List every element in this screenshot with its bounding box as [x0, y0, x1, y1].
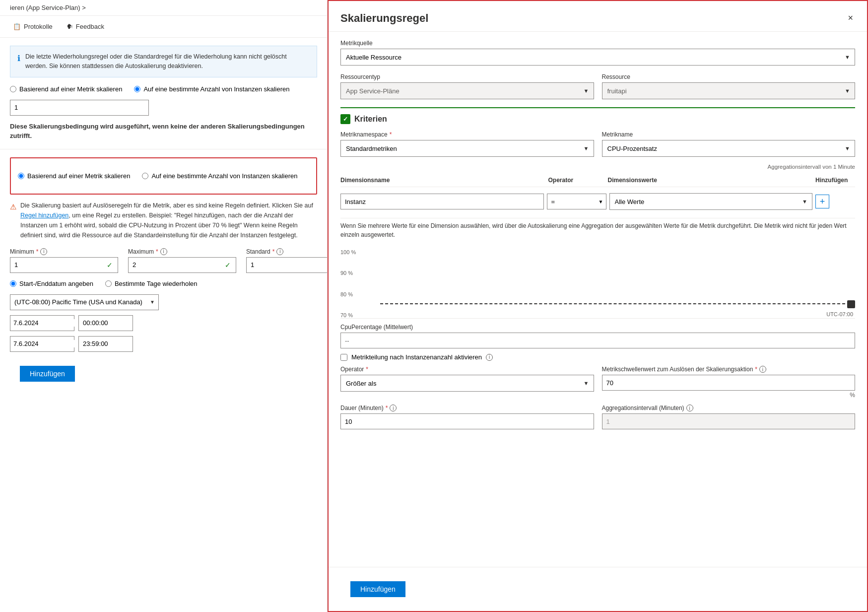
- date-option-repeat[interactable]: Bestimmte Tage wiederholen: [105, 280, 198, 287]
- date-row-2: 📅: [10, 336, 317, 352]
- time2-input[interactable]: [78, 336, 133, 352]
- dim-values-select[interactable]: Alle Werte: [609, 193, 813, 210]
- metrik-row: Metriknamespace * Standardmetriken ▼ Met…: [340, 131, 855, 157]
- ressource-select-container: fruitapi ▼: [602, 82, 856, 99]
- red-fixed-scale-radio[interactable]: [142, 173, 148, 179]
- cpu-label: CpuPercentage (Mittelwert): [340, 324, 855, 331]
- instance-input-wrap: [10, 100, 317, 116]
- start-end-radio[interactable]: [10, 280, 16, 287]
- date-option-start-end[interactable]: Start-/Enddatum angeben: [10, 280, 93, 287]
- chart-y-labels: 100 % 90 % 80 % 70 %: [340, 249, 359, 318]
- metrikname-label: Metrikname: [602, 131, 856, 138]
- agg-interval-info-icon[interactable]: i: [686, 405, 693, 411]
- standard-label: Standard * i: [246, 248, 328, 255]
- dauer-label: Dauer (Minuten) * i: [340, 405, 594, 411]
- maximum-label: Maximum * i: [128, 248, 236, 255]
- dim-operator-select[interactable]: =: [547, 194, 606, 209]
- ressource-row: Ressourcentyp App Service-Pläne ▼ Ressou…: [340, 73, 855, 99]
- dauer-info-icon[interactable]: i: [390, 405, 397, 411]
- panel-title: Skalierungsregel: [340, 12, 428, 25]
- ressource-field: Ressource fruitapi ▼: [602, 73, 856, 99]
- feedback-icon: 🗣: [67, 23, 73, 30]
- metrikteilung-row: Metrikteilung nach Instanzenanzahl aktiv…: [340, 353, 855, 361]
- maximum-check-icon: ✓: [220, 257, 236, 273]
- ressourcentyp-select[interactable]: App Service-Pläne: [340, 82, 594, 99]
- ressourcentyp-label: Ressourcentyp: [340, 73, 594, 80]
- schwellenwert-info-icon[interactable]: i: [759, 366, 766, 373]
- repeat-radio[interactable]: [105, 280, 112, 287]
- date-options-row: Start-/Enddatum angeben Bestimmte Tage w…: [10, 280, 317, 287]
- dauer-required: *: [386, 405, 388, 411]
- fixed-scale-radio[interactable]: [134, 86, 140, 92]
- dauer-input[interactable]: [340, 413, 594, 429]
- standard-input[interactable]: [247, 258, 328, 272]
- schwellenwert-label: Metrikschwellenwert zum Auslösen der Ska…: [602, 366, 856, 373]
- minimum-info-icon[interactable]: i: [40, 248, 47, 255]
- metrikteilung-checkbox[interactable]: [340, 354, 347, 361]
- ressource-select[interactable]: fruitapi: [602, 82, 856, 99]
- dimension-table-header: Dimensionsname Operator Dimensionswerte …: [340, 174, 855, 187]
- protokolle-button[interactable]: 📋 Protokolle: [10, 21, 56, 32]
- red-fixed-scale-option[interactable]: Auf eine bestimmte Anzahl von Instanzen …: [142, 172, 297, 180]
- minimum-field: Minimum * i ✓: [10, 248, 118, 273]
- y-label-70: 70 %: [340, 312, 359, 318]
- operator-schwellenwert-row: Operator * Größer als ▼ Metrikschwellenw…: [340, 366, 855, 399]
- minimum-input[interactable]: [10, 258, 102, 272]
- col-dimensionsname: Dimensionsname: [340, 177, 548, 184]
- operator-select[interactable]: Größer als: [340, 375, 594, 392]
- operator-select-container: Größer als ▼: [340, 375, 594, 392]
- operator-field: Operator * Größer als ▼: [340, 366, 594, 399]
- ressourcentyp-select-container: App Service-Pläne ▼: [340, 82, 594, 99]
- dauer-field: Dauer (Minuten) * i: [340, 405, 594, 429]
- minimum-required: *: [36, 248, 39, 255]
- right-panel: Skalierungsregel × Metrikquelle Aktuelle…: [328, 0, 868, 612]
- instance-input[interactable]: [10, 100, 149, 116]
- warning-box: ⚠ Die Skalierung basiert auf Auslöserege…: [10, 201, 317, 240]
- schwellenwert-input[interactable]: [602, 375, 856, 391]
- metrikquelle-select[interactable]: Aktuelle Ressource: [340, 49, 855, 66]
- add-dimension-button[interactable]: +: [815, 195, 829, 208]
- dimension-row: Instanz = ▼ Alle Werte ▼ +: [340, 190, 855, 213]
- add-button[interactable]: Hinzufügen: [20, 366, 75, 382]
- red-bordered-section: Basierend auf einer Metrik skalieren Auf…: [10, 157, 317, 195]
- warning-text: Die Skalierung basiert auf Auslöseregeln…: [20, 201, 317, 240]
- metriknamespace-required: *: [390, 131, 392, 138]
- info-message-box: ℹ Die letzte Wiederholungsregel oder die…: [10, 46, 317, 77]
- dim-name-select[interactable]: Instanz: [340, 194, 544, 209]
- time1-input[interactable]: [78, 315, 133, 331]
- maximum-info-icon[interactable]: i: [160, 248, 167, 255]
- red-metric-scale-radio[interactable]: [18, 173, 24, 179]
- toolbar: 📋 Protokolle 🗣 Feedback: [0, 16, 327, 38]
- minimum-check-icon: ✓: [102, 257, 118, 273]
- dim-name-select-container: Instanz: [340, 194, 544, 209]
- fixed-scale-option[interactable]: Auf eine bestimmte Anzahl von Instanzen …: [134, 85, 289, 93]
- red-metric-scale-option[interactable]: Basierend auf einer Metrik skalieren: [18, 172, 130, 180]
- cpu-value-input[interactable]: [340, 333, 855, 348]
- metric-scale-option[interactable]: Basierend auf einer Metrik skalieren: [10, 85, 122, 93]
- maximum-required: *: [156, 248, 158, 255]
- criteria-checkbox-icon: ✓: [340, 114, 350, 124]
- standard-info-icon[interactable]: i: [276, 248, 283, 255]
- metrikname-select[interactable]: CPU-Prozentsatz: [602, 140, 856, 157]
- info-icon: ℹ: [17, 53, 20, 71]
- feedback-button[interactable]: 🗣 Feedback: [64, 21, 107, 32]
- metriknamespace-select[interactable]: Standardmetriken: [340, 140, 594, 157]
- dim-operator-select-wrap: = ▼: [547, 194, 606, 209]
- scale-options-section: Basierend auf einer Metrik skalieren Auf…: [0, 85, 327, 141]
- y-label-80: 80 %: [340, 291, 359, 297]
- dauer-agg-row: Dauer (Minuten) * i Aggregationsinterval…: [340, 405, 855, 429]
- metric-scale-radio[interactable]: [10, 86, 16, 92]
- maximum-field: Maximum * i ✓: [128, 248, 236, 273]
- maximum-input[interactable]: [129, 258, 220, 272]
- ressourcentyp-field: Ressourcentyp App Service-Pläne ▼: [340, 73, 594, 99]
- timezone-select[interactable]: (UTC-08:00) Pacific Time (USA und Kanada…: [10, 294, 159, 310]
- operator-required: *: [366, 366, 368, 373]
- agg-note: Aggregationsintervall von 1 Minute: [340, 164, 855, 170]
- regel-hinzufuegen-link[interactable]: Regel hinzufügen: [20, 212, 68, 219]
- info-message-text: Die letzte Wiederholungsregel oder die S…: [25, 52, 310, 71]
- footer-add-button[interactable]: Hinzufügen: [350, 581, 405, 597]
- agg-interval-input[interactable]: [602, 413, 856, 429]
- close-button[interactable]: ×: [846, 11, 855, 25]
- metrikteilung-info-icon[interactable]: i: [486, 354, 493, 361]
- warning-section: ⚠ Die Skalierung basiert auf Auslöserege…: [0, 201, 327, 240]
